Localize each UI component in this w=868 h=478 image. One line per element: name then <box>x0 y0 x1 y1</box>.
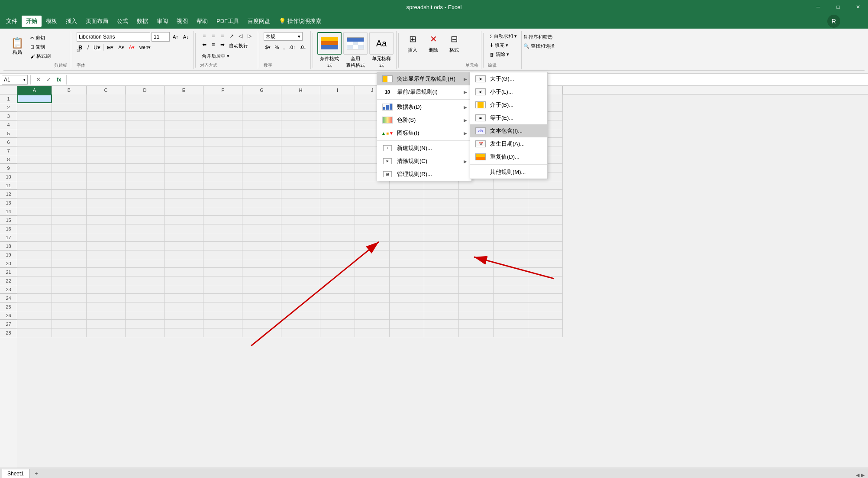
paste-button[interactable]: 📋 粘贴 <box>8 32 27 61</box>
submenu-more-rules[interactable]: 其他规则(M)... <box>470 166 547 179</box>
cell-M17[interactable] <box>459 233 494 242</box>
cell-I18[interactable] <box>320 242 355 250</box>
cell-J18[interactable] <box>355 242 390 250</box>
menu-formula[interactable]: 公式 <box>113 16 132 27</box>
submenu-duplicate[interactable]: 重复值(D)... <box>470 150 547 163</box>
cell-F7[interactable] <box>203 146 242 155</box>
cell-L22[interactable] <box>424 276 459 285</box>
col-header-D[interactable]: D <box>126 86 165 94</box>
cell-G19[interactable] <box>242 250 281 259</box>
cell-H10[interactable] <box>281 172 320 181</box>
cell-J14[interactable] <box>355 207 390 216</box>
cell-D11[interactable] <box>126 181 165 190</box>
cell-J17[interactable] <box>355 233 390 242</box>
cell-E11[interactable] <box>165 181 203 190</box>
cell-E21[interactable] <box>165 268 203 276</box>
cell-O16[interactable] <box>528 224 563 233</box>
underline-button[interactable]: U▾ <box>92 42 102 52</box>
cell-E2[interactable] <box>165 103 203 112</box>
cell-N13[interactable] <box>494 198 528 207</box>
cell-G8[interactable] <box>242 155 281 164</box>
cell-N26[interactable] <box>494 311 528 320</box>
cell-C11[interactable] <box>87 181 126 190</box>
font-name-input[interactable] <box>77 32 150 42</box>
cell-G6[interactable] <box>242 138 281 146</box>
cell-L19[interactable] <box>424 250 459 259</box>
cell-E23[interactable] <box>165 285 203 294</box>
cell-F12[interactable] <box>203 190 242 198</box>
cell-A3[interactable] <box>17 112 52 120</box>
cell-F5[interactable] <box>203 129 242 138</box>
cell-O11[interactable] <box>528 181 563 190</box>
cell-O12[interactable] <box>528 190 563 198</box>
cell-A17[interactable] <box>17 233 52 242</box>
row-header-3[interactable]: 3 <box>0 112 17 120</box>
row-header-14[interactable]: 14 <box>0 207 17 216</box>
cell-F26[interactable] <box>203 311 242 320</box>
cell-A11[interactable] <box>17 181 52 190</box>
cell-C15[interactable] <box>87 216 126 224</box>
cell-K17[interactable] <box>390 233 424 242</box>
cell-M16[interactable] <box>459 224 494 233</box>
cell-B25[interactable] <box>52 302 87 311</box>
cell-I26[interactable] <box>320 311 355 320</box>
cell-J23[interactable] <box>355 285 390 294</box>
insert-function-icon[interactable]: fx <box>54 75 64 85</box>
cell-C18[interactable] <box>87 242 126 250</box>
menu-item-top-bottom[interactable]: 10 最前/最后规则(I) ▶ <box>377 85 471 98</box>
cell-M22[interactable] <box>459 276 494 285</box>
cell-E10[interactable] <box>165 172 203 181</box>
cell-H19[interactable] <box>281 250 320 259</box>
row-header-4[interactable]: 4 <box>0 120 17 129</box>
cell-I13[interactable] <box>320 198 355 207</box>
cell-M25[interactable] <box>459 302 494 311</box>
cell-J24[interactable] <box>355 294 390 302</box>
cell-N23[interactable] <box>494 285 528 294</box>
cell-A12[interactable] <box>17 190 52 198</box>
cell-F18[interactable] <box>203 242 242 250</box>
comma-button[interactable]: , <box>282 42 287 52</box>
cell-E9[interactable] <box>165 164 203 172</box>
row-header-8[interactable]: 8 <box>0 155 17 164</box>
cell-G9[interactable] <box>242 164 281 172</box>
cell-K13[interactable] <box>390 198 424 207</box>
cell-E8[interactable] <box>165 155 203 164</box>
cell-K15[interactable] <box>390 216 424 224</box>
cell-A4[interactable] <box>17 120 52 129</box>
cell-D9[interactable] <box>126 164 165 172</box>
cell-H14[interactable] <box>281 207 320 216</box>
cell-I20[interactable] <box>320 259 355 268</box>
cut-button[interactable]: ✂ 剪切 <box>29 34 52 42</box>
minimize-button[interactable]: ─ <box>808 0 828 14</box>
cell-G25[interactable] <box>242 302 281 311</box>
cell-B27[interactable] <box>52 320 87 328</box>
cell-C20[interactable] <box>87 259 126 268</box>
wenwen-button[interactable]: wen▾ <box>138 42 152 52</box>
menu-help[interactable]: 帮助 <box>192 16 212 27</box>
cell-C10[interactable] <box>87 172 126 181</box>
cell-O15[interactable] <box>528 216 563 224</box>
submenu-equal-to[interactable]: = 等于(E)... <box>470 111 547 124</box>
cell-E17[interactable] <box>165 233 203 242</box>
cell-I16[interactable] <box>320 224 355 233</box>
cell-H22[interactable] <box>281 276 320 285</box>
cell-J26[interactable] <box>355 311 390 320</box>
cell-F8[interactable] <box>203 155 242 164</box>
menu-search[interactable]: 💡 操作说明搜索 <box>274 16 326 27</box>
menu-review[interactable]: 审阅 <box>152 16 172 27</box>
cell-I14[interactable] <box>320 207 355 216</box>
row-header-5[interactable]: 5 <box>0 129 17 138</box>
cell-I8[interactable] <box>320 155 355 164</box>
add-sheet-button[interactable]: + <box>32 469 41 477</box>
cell-B7[interactable] <box>52 146 87 155</box>
cell-I27[interactable] <box>320 320 355 328</box>
cell-B26[interactable] <box>52 311 87 320</box>
menu-view[interactable]: 视图 <box>172 16 192 27</box>
cell-I17[interactable] <box>320 233 355 242</box>
submenu-between[interactable]: 介于(B)... <box>470 98 547 111</box>
cell-G3[interactable] <box>242 112 281 120</box>
col-header-H[interactable]: H <box>281 86 320 94</box>
cell-H12[interactable] <box>281 190 320 198</box>
cell-E4[interactable] <box>165 120 203 129</box>
cell-M26[interactable] <box>459 311 494 320</box>
